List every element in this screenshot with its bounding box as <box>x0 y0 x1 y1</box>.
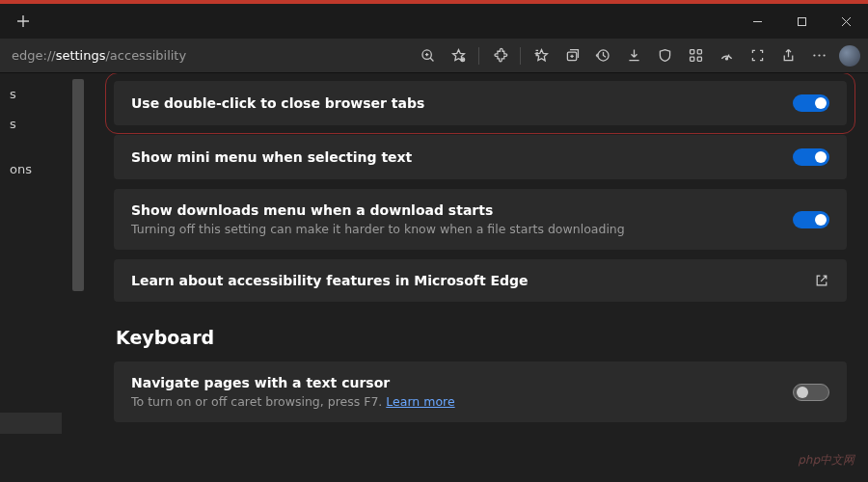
sidebar-selection-indicator <box>0 413 62 434</box>
address-bar[interactable]: edge://settings/accessibility <box>12 48 186 63</box>
new-tab-button[interactable] <box>8 8 39 35</box>
toggle-mini-menu[interactable] <box>793 148 829 166</box>
history-icon[interactable] <box>588 41 617 70</box>
share-icon[interactable] <box>773 41 802 70</box>
setting-title: Learn about accessibility features in Mi… <box>131 273 529 288</box>
toggle-downloads-menu[interactable] <box>793 211 829 228</box>
learn-more-link[interactable]: Learn more <box>386 394 454 409</box>
toggle-caret-browsing[interactable] <box>793 384 829 401</box>
address-bar-row: edge://settings/accessibility <box>0 39 868 73</box>
profile-avatar[interactable] <box>839 45 860 67</box>
svg-rect-5 <box>690 50 693 54</box>
svg-rect-0 <box>798 17 805 25</box>
svg-rect-8 <box>697 57 701 61</box>
svg-point-11 <box>818 54 820 56</box>
setting-subtitle: Turning off this setting can make it har… <box>131 222 625 236</box>
menu-icon[interactable] <box>804 41 833 70</box>
caret-sub-text: To turn on or off caret browsing, press … <box>131 394 386 409</box>
tracking-prevention-icon[interactable] <box>650 41 679 70</box>
setting-title: Navigate pages with a text cursor <box>131 375 455 390</box>
performance-icon[interactable] <box>712 41 741 70</box>
setting-mini-menu: Show mini menu when selecting text <box>114 135 847 179</box>
extensions-icon[interactable] <box>485 41 514 70</box>
settings-content: Use double-click to close browser tabs S… <box>85 73 868 482</box>
window-maximize-button[interactable] <box>779 4 824 39</box>
window-close-button[interactable] <box>824 4 868 39</box>
toolbar-separator <box>478 47 479 65</box>
setting-double-click-close-tabs: Use double-click to close browser tabs <box>114 81 847 125</box>
window-minimize-button[interactable] <box>735 4 779 39</box>
titlebar <box>0 4 868 39</box>
watermark: php中文网 <box>798 452 854 469</box>
web-capture-icon[interactable] <box>743 41 772 70</box>
setting-title: Show mini menu when selecting text <box>131 149 412 165</box>
favorite-star-icon[interactable] <box>444 41 473 70</box>
settings-sidebar: s s ons <box>0 73 85 482</box>
section-heading-keyboard: Keyboard <box>116 327 847 348</box>
setting-title: Show downloads menu when a download star… <box>131 202 625 218</box>
toolbar <box>413 41 860 70</box>
setting-subtitle: To turn on or off caret browsing, press … <box>131 394 455 409</box>
url-path: /accessibility <box>105 48 186 63</box>
downloads-icon[interactable] <box>619 41 648 70</box>
setting-title: Use double-click to close browser tabs <box>131 95 424 111</box>
apps-icon[interactable] <box>681 41 710 70</box>
collections-icon[interactable] <box>557 41 586 70</box>
sidebar-scroll-thumb[interactable] <box>72 79 84 291</box>
setting-downloads-menu: Show downloads menu when a download star… <box>114 189 847 250</box>
zoom-icon[interactable] <box>413 41 442 70</box>
external-link-icon <box>814 273 829 288</box>
svg-rect-7 <box>690 57 693 61</box>
url-host: settings <box>56 48 106 63</box>
url-scheme: edge:// <box>12 48 56 63</box>
sidebar-scroll-track[interactable] <box>71 79 85 482</box>
toolbar-separator <box>520 47 521 65</box>
svg-point-12 <box>823 54 825 56</box>
toggle-double-click-close-tabs[interactable] <box>793 94 829 112</box>
setting-caret-browsing: Navigate pages with a text cursor To tur… <box>114 362 847 422</box>
svg-rect-6 <box>697 50 701 54</box>
learn-accessibility-link-card[interactable]: Learn about accessibility features in Mi… <box>114 259 847 302</box>
favorites-icon[interactable] <box>527 41 556 70</box>
svg-point-9 <box>725 58 727 60</box>
svg-point-10 <box>813 54 815 56</box>
